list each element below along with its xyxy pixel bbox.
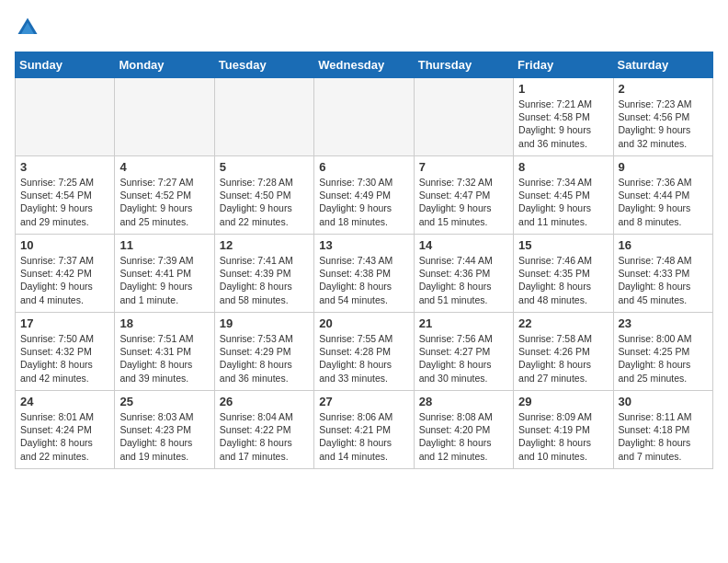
day-number: 2	[619, 82, 708, 96]
day-number: 9	[619, 160, 708, 174]
day-info: Sunrise: 7:21 AM Sunset: 4:58 PM Dayligh…	[518, 98, 608, 150]
calendar-header-saturday: Saturday	[613, 52, 712, 78]
day-info: Sunrise: 7:58 AM Sunset: 4:26 PM Dayligh…	[518, 332, 608, 385]
calendar-day: 19Sunrise: 7:53 AM Sunset: 4:29 PM Dayli…	[214, 313, 313, 391]
day-info: Sunrise: 7:56 AM Sunset: 4:27 PM Dayligh…	[419, 332, 508, 385]
day-number: 8	[518, 160, 608, 174]
calendar-day: 3Sunrise: 7:25 AM Sunset: 4:54 PM Daylig…	[16, 156, 115, 235]
day-number: 14	[419, 238, 508, 252]
calendar-day	[414, 78, 513, 156]
calendar-day: 24Sunrise: 8:01 AM Sunset: 4:24 PM Dayli…	[16, 391, 115, 469]
calendar-header-wednesday: Wednesday	[314, 52, 414, 78]
calendar-week-3: 10Sunrise: 7:37 AM Sunset: 4:42 PM Dayli…	[16, 235, 713, 313]
day-info: Sunrise: 8:09 AM Sunset: 4:19 PM Dayligh…	[518, 410, 608, 463]
day-number: 25	[119, 395, 209, 408]
calendar-day: 2Sunrise: 7:23 AM Sunset: 4:56 PM Daylig…	[613, 78, 712, 156]
day-info: Sunrise: 7:36 AM Sunset: 4:44 PM Dayligh…	[619, 176, 708, 228]
day-info: Sunrise: 8:03 AM Sunset: 4:23 PM Dayligh…	[119, 410, 209, 463]
day-number: 28	[419, 395, 508, 408]
day-number: 7	[419, 160, 508, 174]
calendar-day: 23Sunrise: 8:00 AM Sunset: 4:25 PM Dayli…	[613, 313, 712, 391]
day-info: Sunrise: 7:50 AM Sunset: 4:32 PM Dayligh…	[20, 332, 109, 385]
day-number: 3	[20, 160, 109, 174]
calendar: SundayMondayTuesdayWednesdayThursdayFrid…	[15, 52, 713, 469]
calendar-day: 1Sunrise: 7:21 AM Sunset: 4:58 PM Daylig…	[514, 78, 613, 156]
day-number: 16	[619, 238, 708, 252]
day-info: Sunrise: 8:08 AM Sunset: 4:20 PM Dayligh…	[419, 410, 508, 463]
day-info: Sunrise: 7:55 AM Sunset: 4:28 PM Dayligh…	[319, 332, 408, 385]
day-info: Sunrise: 7:41 AM Sunset: 4:39 PM Dayligh…	[220, 254, 309, 306]
calendar-day: 9Sunrise: 7:36 AM Sunset: 4:44 PM Daylig…	[613, 156, 712, 235]
calendar-day: 27Sunrise: 8:06 AM Sunset: 4:21 PM Dayli…	[314, 391, 414, 469]
day-number: 27	[319, 395, 408, 408]
day-number: 13	[319, 238, 408, 252]
day-info: Sunrise: 7:34 AM Sunset: 4:45 PM Dayligh…	[518, 176, 608, 228]
calendar-day: 30Sunrise: 8:11 AM Sunset: 4:18 PM Dayli…	[613, 391, 712, 469]
day-number: 26	[220, 395, 309, 408]
calendar-day: 12Sunrise: 7:41 AM Sunset: 4:39 PM Dayli…	[214, 235, 313, 313]
day-info: Sunrise: 7:32 AM Sunset: 4:47 PM Dayligh…	[419, 176, 508, 228]
calendar-day	[115, 78, 214, 156]
calendar-day: 5Sunrise: 7:28 AM Sunset: 4:50 PM Daylig…	[214, 156, 313, 235]
day-info: Sunrise: 7:37 AM Sunset: 4:42 PM Dayligh…	[20, 254, 109, 306]
header	[15, 15, 713, 40]
calendar-day: 25Sunrise: 8:03 AM Sunset: 4:23 PM Dayli…	[115, 391, 214, 469]
calendar-day: 16Sunrise: 7:48 AM Sunset: 4:33 PM Dayli…	[613, 235, 712, 313]
calendar-day: 13Sunrise: 7:43 AM Sunset: 4:38 PM Dayli…	[314, 235, 414, 313]
day-info: Sunrise: 7:23 AM Sunset: 4:56 PM Dayligh…	[619, 98, 708, 150]
calendar-day: 6Sunrise: 7:30 AM Sunset: 4:49 PM Daylig…	[314, 156, 414, 235]
day-number: 20	[319, 316, 408, 330]
calendar-day: 17Sunrise: 7:50 AM Sunset: 4:32 PM Dayli…	[16, 313, 115, 391]
day-info: Sunrise: 7:28 AM Sunset: 4:50 PM Dayligh…	[220, 176, 309, 228]
day-number: 23	[619, 316, 708, 330]
calendar-header-thursday: Thursday	[414, 52, 513, 78]
calendar-header-tuesday: Tuesday	[214, 52, 313, 78]
calendar-header-monday: Monday	[115, 52, 214, 78]
calendar-day: 7Sunrise: 7:32 AM Sunset: 4:47 PM Daylig…	[414, 156, 513, 235]
calendar-day	[214, 78, 313, 156]
day-info: Sunrise: 7:48 AM Sunset: 4:33 PM Dayligh…	[619, 254, 708, 306]
day-number: 4	[119, 160, 209, 174]
calendar-day	[314, 78, 414, 156]
calendar-week-2: 3Sunrise: 7:25 AM Sunset: 4:54 PM Daylig…	[16, 156, 713, 235]
day-info: Sunrise: 8:00 AM Sunset: 4:25 PM Dayligh…	[619, 332, 708, 385]
day-number: 29	[518, 395, 608, 408]
day-number: 15	[518, 238, 608, 252]
day-number: 18	[119, 316, 209, 330]
calendar-day: 22Sunrise: 7:58 AM Sunset: 4:26 PM Dayli…	[514, 313, 613, 391]
calendar-day	[16, 78, 115, 156]
calendar-header-sunday: Sunday	[16, 52, 115, 78]
calendar-day: 14Sunrise: 7:44 AM Sunset: 4:36 PM Dayli…	[414, 235, 513, 313]
logo	[15, 15, 44, 40]
calendar-week-5: 24Sunrise: 8:01 AM Sunset: 4:24 PM Dayli…	[16, 391, 713, 469]
calendar-day: 26Sunrise: 8:04 AM Sunset: 4:22 PM Dayli…	[214, 391, 313, 469]
calendar-header-row: SundayMondayTuesdayWednesdayThursdayFrid…	[16, 52, 713, 78]
calendar-day: 21Sunrise: 7:56 AM Sunset: 4:27 PM Dayli…	[414, 313, 513, 391]
calendar-day: 15Sunrise: 7:46 AM Sunset: 4:35 PM Dayli…	[514, 235, 613, 313]
calendar-day: 29Sunrise: 8:09 AM Sunset: 4:19 PM Dayli…	[514, 391, 613, 469]
calendar-day: 8Sunrise: 7:34 AM Sunset: 4:45 PM Daylig…	[514, 156, 613, 235]
day-number: 19	[220, 316, 309, 330]
day-info: Sunrise: 7:46 AM Sunset: 4:35 PM Dayligh…	[518, 254, 608, 306]
calendar-day: 18Sunrise: 7:51 AM Sunset: 4:31 PM Dayli…	[115, 313, 214, 391]
day-number: 11	[119, 238, 209, 252]
day-number: 6	[319, 160, 408, 174]
calendar-week-1: 1Sunrise: 7:21 AM Sunset: 4:58 PM Daylig…	[16, 78, 713, 156]
day-info: Sunrise: 7:30 AM Sunset: 4:49 PM Dayligh…	[319, 176, 408, 228]
calendar-day: 10Sunrise: 7:37 AM Sunset: 4:42 PM Dayli…	[16, 235, 115, 313]
day-info: Sunrise: 7:25 AM Sunset: 4:54 PM Dayligh…	[20, 176, 109, 228]
calendar-week-4: 17Sunrise: 7:50 AM Sunset: 4:32 PM Dayli…	[16, 313, 713, 391]
day-info: Sunrise: 8:01 AM Sunset: 4:24 PM Dayligh…	[20, 410, 109, 463]
day-number: 24	[20, 395, 109, 408]
day-info: Sunrise: 8:04 AM Sunset: 4:22 PM Dayligh…	[220, 410, 309, 463]
day-info: Sunrise: 7:39 AM Sunset: 4:41 PM Dayligh…	[119, 254, 209, 306]
day-number: 22	[518, 316, 608, 330]
day-info: Sunrise: 7:53 AM Sunset: 4:29 PM Dayligh…	[220, 332, 309, 385]
calendar-day: 11Sunrise: 7:39 AM Sunset: 4:41 PM Dayli…	[115, 235, 214, 313]
calendar-day: 28Sunrise: 8:08 AM Sunset: 4:20 PM Dayli…	[414, 391, 513, 469]
day-number: 30	[619, 395, 708, 408]
day-number: 1	[518, 82, 608, 96]
day-number: 21	[419, 316, 508, 330]
day-info: Sunrise: 8:06 AM Sunset: 4:21 PM Dayligh…	[319, 410, 408, 463]
day-number: 12	[220, 238, 309, 252]
